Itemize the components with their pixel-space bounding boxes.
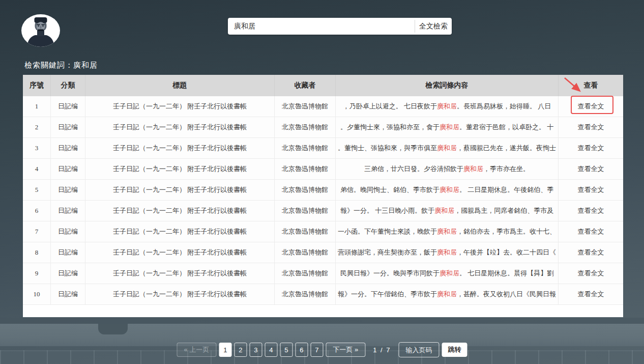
cell-category: 日記编 [51,159,85,179]
table-row: 4 日記编 壬子日記（一九一二年） 附壬子北行以後書帳 北京魯迅博物館 三弟信，… [23,159,623,180]
cell-category: 日記编 [51,138,85,158]
keyword-highlight: 廣和居 [463,164,483,174]
keyword-highlight: 廣和居 [440,123,459,132]
cell-title: 壬子日記（一九一二年） 附壬子北行以後書帳 [85,242,275,263]
cell-index: 10 [23,284,51,304]
keyword-highlight: 廣和居 [434,206,454,215]
view-full-text-link[interactable]: 查看全文 [578,206,604,215]
view-full-text-link[interactable]: 查看全文 [578,144,604,153]
keyword-highlight: 廣和居 [437,290,457,299]
column-header-category: 分類 [51,75,85,96]
content-after: 。董君宿于邑館，以卓卧之。 十 [459,123,553,132]
keyword-highlight: 廣和居 [437,102,457,111]
cell-collector: 北京魯迅博物館 [275,221,336,242]
table-row: 3 日記编 壬子日記（一九一二年） 附壬子北行以後書帳 北京魯迅博物館 。董恂士… [23,138,623,159]
search-bar: 全文檢索 [228,18,452,35]
page-button-2[interactable]: 2 [234,343,247,357]
cell-category: 日記编 [51,201,85,221]
table-row: 10 日記编 壬子日記（一九一二年） 附壬子北行以後書帳 北京魯迅博物館 報》一… [23,284,623,305]
table-row: 6 日記编 壬子日記（一九一二年） 附壬子北行以後書帳 北京魯迅博物館 報》一分… [23,201,623,221]
cell-category: 日記编 [51,96,85,117]
cell-content: 一小函。下午董恂士來談，晚飲于廣和居，銘伯亦去，季市爲主。收十七、 [336,221,559,242]
content-after: ，國親爲主，同席者銘伯、季市及 [454,206,553,215]
cell-category: 日記编 [51,242,85,263]
view-full-text-link[interactable]: 查看全文 [578,269,604,278]
content-before: 。夕董恂士來，張協和亦至，食于 [340,123,440,132]
cell-index: 7 [23,221,51,242]
view-full-text-link[interactable]: 查看全文 [578,102,604,111]
desk-notch-decoration [98,324,128,334]
cell-view: 查看全文 [559,180,623,200]
cell-collector: 北京魯迅博物館 [275,242,336,263]
page-button-1[interactable]: 1 [219,343,231,357]
cell-index: 1 [23,96,51,117]
desk-edge-decoration [0,318,644,324]
cell-content: 弟信。晚同恂士、銘伯、季市飲于廣和居。 二日星期休息。午後銘伯、季 [336,180,559,200]
luxun-logo[interactable] [21,14,60,47]
cell-collector: 北京魯迅博物館 [275,263,336,284]
column-header-title: 標題 [85,75,275,96]
table-row: 2 日記编 壬子日記（一九一二年） 附壬子北行以後書帳 北京魯迅博物館 。夕董恂… [23,117,623,138]
cell-collector: 北京魯迅博物館 [275,180,336,200]
page-button-5[interactable]: 5 [280,343,292,357]
table-row: 1 日記编 壬子日記（一九一二年） 附壬子北行以後書帳 北京魯迅博物館 ，乃卧卓… [23,96,623,117]
cell-view: 查看全文 [559,221,623,242]
full-text-search-button[interactable]: 全文檢索 [415,18,452,35]
cell-content: 報》一分。 十三日晚小雨。飲于廣和居，國親爲主，同席者銘伯、季市及 [336,201,559,221]
cell-content: 营頭條謝宅，商生契衡亦至，飯于廣和居，午後并【竝】去。收二十四日《 [336,242,559,263]
cell-title: 壬子日記（一九一二年） 附壬子北行以後書帳 [85,159,275,179]
view-full-text-link[interactable]: 查看全文 [578,185,604,194]
cell-category: 日記编 [51,284,85,304]
table-row: 8 日記编 壬子日記（一九一二年） 附壬子北行以後書帳 北京魯迅博物館 营頭條謝… [23,242,623,263]
cell-category: 日記编 [51,263,85,284]
content-after: 。 二日星期休息。午後銘伯、季 [459,185,553,194]
cell-index: 8 [23,242,51,263]
cell-view: 查看全文 [559,201,623,221]
cell-view: 查看全文 [559,263,623,284]
search-input[interactable] [228,18,415,35]
jump-button[interactable]: 跳转 [442,343,467,357]
cell-index: 9 [23,263,51,284]
column-header-content: 檢索詞條内容 [336,75,559,96]
keyword-highlight: 廣和居 [440,185,459,194]
prev-page-button[interactable]: « 上一页 [177,343,217,357]
content-before: 報》一分。下午偕銘伯、季市飲于 [338,290,437,299]
page-button-3[interactable]: 3 [249,343,262,357]
page-button-4[interactable]: 4 [265,343,277,357]
page-button-6[interactable]: 6 [295,343,308,357]
view-full-text-link[interactable]: 查看全文 [578,164,604,174]
next-page-button[interactable]: 下一页 » [326,343,365,357]
cell-view: 查看全文 [559,117,623,137]
table-header-row: 序號 分類 標題 收藏者 檢索詞條内容 查看 [23,75,623,96]
content-after: ，季市亦在坐。 [483,164,530,174]
view-full-text-link[interactable]: 查看全文 [578,123,604,132]
content-after: ，銘伯亦去，季市爲主。收十七、 [457,227,556,236]
cell-collector: 北京魯迅博物館 [275,201,336,221]
results-table: 序號 分類 標題 收藏者 檢索詞條内容 查看 1 日記编 壬子日記（一九一二年）… [23,75,623,317]
cell-view: 查看全文 [559,138,623,158]
page-button-7[interactable]: 7 [310,343,323,357]
keyword-highlight: 廣和居 [437,248,457,257]
cell-collector: 北京魯迅博物館 [275,138,336,158]
cell-view: 查看全文 [559,159,623,179]
cell-collector: 北京魯迅博物館 [275,284,336,304]
table-row: 9 日記编 壬子日記（一九一二年） 附壬子北行以後書帳 北京魯迅博物館 民興日報… [23,263,623,284]
keyword-highlight: 廣和居 [440,269,459,278]
cell-title: 壬子日記（一九一二年） 附壬子北行以後書帳 [85,138,275,158]
view-full-text-link[interactable]: 查看全文 [578,227,604,236]
content-before: 民興日報》一分。晚與季市同飲于 [340,269,440,278]
view-full-text-link[interactable]: 查看全文 [578,290,604,299]
cell-index: 3 [23,138,51,158]
cell-view: 查看全文 [559,242,623,263]
content-before: 三弟信，廿六日發。夕谷清招飲于 [364,164,463,174]
page-number-input[interactable] [398,342,439,357]
cell-index: 4 [23,159,51,179]
column-header-index: 序號 [23,75,51,96]
view-full-text-link[interactable]: 查看全文 [578,248,604,257]
cell-view: 查看全文 [559,96,623,117]
content-before: 。董恂士、張協和來，與季市俱至 [338,144,437,153]
pagination-bar: « 上一页 1 2 3 4 5 6 7 下一页 » 1 / 7 跳转 [177,343,467,357]
content-before: 营頭條謝宅，商生契衡亦至，飯于 [338,248,437,257]
cell-content: 民興日報》一分。晚與季市同飲于廣和居。 七日星期休息。晨得【曻】劉 [336,263,559,284]
cell-index: 2 [23,117,51,137]
